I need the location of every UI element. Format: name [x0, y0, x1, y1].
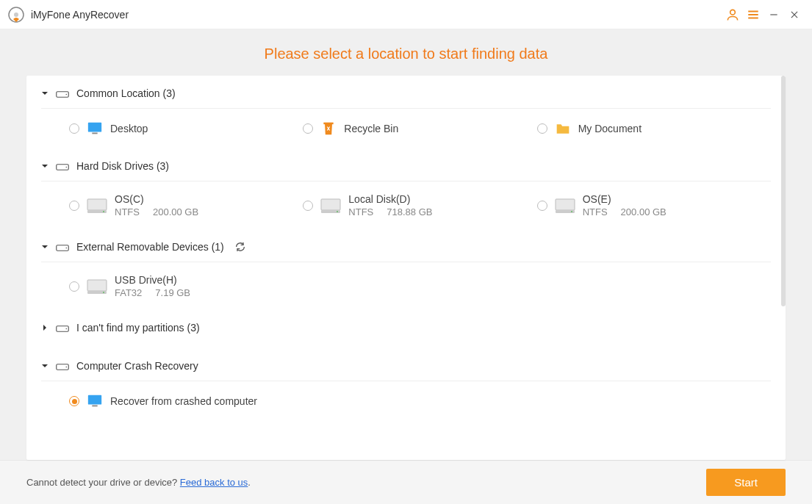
drive-fs: NTFS — [583, 206, 608, 217]
svg-point-20 — [66, 247, 68, 248]
radio-button[interactable] — [537, 201, 547, 211]
external-row: USB Drive(H) FAT327.19 GB — [26, 262, 786, 310]
hdd-icon — [320, 198, 341, 214]
svg-point-12 — [103, 211, 104, 212]
svg-point-23 — [103, 292, 104, 293]
drive-name: OS(C) — [115, 193, 198, 205]
hdd-icon — [87, 278, 107, 295]
drive-fs: NTFS — [348, 206, 373, 217]
radio-button[interactable] — [537, 123, 547, 134]
radio-button[interactable] — [303, 201, 313, 211]
svg-rect-6 — [92, 133, 97, 134]
chevron-down-icon — [41, 90, 48, 97]
crash-row: Recover from crashed computer — [26, 381, 786, 421]
drive-size: 7.19 GB — [155, 287, 190, 298]
footer: Cannot detect your drive or device? Feed… — [0, 460, 812, 504]
minimize-icon — [769, 10, 779, 20]
section-header-crash[interactable]: Computer Crash Recovery — [26, 342, 786, 381]
svg-point-4 — [66, 93, 68, 95]
chevron-down-icon — [41, 162, 48, 170]
location-label: Desktop — [110, 123, 148, 134]
location-label: My Document — [578, 123, 642, 134]
drive-size: 200.00 GB — [153, 206, 198, 217]
app-logo-wrap: iMyFone AnyRecover — [7, 6, 129, 24]
section-title: Computer Crash Recovery — [76, 360, 198, 372]
close-button[interactable] — [784, 4, 805, 25]
radio-button[interactable] — [69, 281, 79, 292]
content: Please select a location to start findin… — [0, 29, 812, 460]
drive-fs: FAT32 — [115, 287, 142, 298]
hamburger-icon — [747, 8, 760, 21]
location-desktop[interactable]: Desktop — [69, 120, 303, 137]
svg-rect-7 — [324, 123, 334, 125]
drive-os-c[interactable]: OS(C) NTFS200.00 GB — [69, 193, 303, 217]
radio-button[interactable] — [69, 396, 79, 406]
svg-rect-16 — [556, 199, 575, 210]
location-panel: Common Location (3) Desktop Recycle Bin — [26, 76, 786, 460]
hdd-row: OS(C) NTFS200.00 GB Local Disk(D) NTFS71… — [26, 181, 786, 229]
account-button[interactable] — [722, 4, 743, 25]
radio-button[interactable] — [303, 123, 313, 134]
drive-outline-icon — [56, 361, 69, 371]
common-locations-row: Desktop Recycle Bin My Document — [26, 109, 786, 148]
drive-os-e[interactable]: OS(E) NTFS200.00 GB — [537, 193, 771, 217]
svg-point-15 — [337, 211, 338, 212]
drive-outline-icon — [56, 161, 69, 171]
recycle-bin-icon — [320, 120, 337, 137]
chevron-down-icon — [41, 362, 48, 370]
section-title: Common Location (3) — [76, 87, 176, 99]
section-header-external[interactable]: External Removable Devices (1) — [26, 229, 786, 262]
refresh-icon[interactable] — [234, 241, 246, 253]
drive-local-d[interactable]: Local Disk(D) NTFS718.88 GB — [303, 193, 536, 217]
close-icon — [789, 10, 800, 20]
svg-point-9 — [66, 166, 68, 168]
svg-point-1 — [14, 12, 18, 17]
section-title: External Removable Devices (1) — [76, 241, 224, 253]
svg-point-2 — [730, 10, 736, 15]
section-header-partitions[interactable]: I can't find my partitions (3) — [26, 310, 786, 342]
location-recycle-bin[interactable]: Recycle Bin — [303, 120, 536, 137]
section-title: I can't find my partitions (3) — [76, 322, 200, 334]
scrollbar[interactable] — [781, 76, 786, 306]
drive-name: OS(E) — [583, 193, 667, 205]
app-logo-icon — [7, 6, 25, 24]
svg-rect-13 — [321, 199, 340, 210]
svg-rect-28 — [88, 395, 101, 405]
section-header-hdd[interactable]: Hard Disk Drives (3) — [26, 148, 786, 181]
chevron-down-icon — [41, 243, 48, 251]
svg-point-27 — [66, 366, 68, 367]
section-title: Hard Disk Drives (3) — [76, 160, 169, 172]
start-button[interactable]: Start — [706, 469, 786, 496]
recover-crashed-computer[interactable]: Recover from crashed computer — [69, 393, 303, 409]
hdd-icon — [555, 198, 575, 214]
drive-name: USB Drive(H) — [115, 274, 190, 286]
user-icon — [725, 7, 740, 22]
minimize-button[interactable] — [764, 4, 784, 25]
svg-point-25 — [66, 328, 68, 329]
monitor-icon — [87, 393, 103, 409]
location-label: Recycle Bin — [344, 123, 398, 134]
svg-point-18 — [571, 211, 572, 212]
svg-rect-10 — [87, 199, 107, 210]
drive-size: 200.00 GB — [621, 206, 667, 217]
drive-usb-h[interactable]: USB Drive(H) FAT327.19 GB — [69, 274, 303, 298]
desktop-icon — [87, 120, 103, 137]
drive-size: 718.88 GB — [387, 206, 432, 217]
app-title: iMyFone AnyRecover — [31, 9, 129, 21]
drive-name: Local Disk(D) — [348, 193, 432, 205]
menu-button[interactable] — [743, 4, 764, 25]
svg-rect-5 — [88, 123, 101, 132]
feedback-link[interactable]: Feed back to us — [180, 477, 248, 488]
location-my-document[interactable]: My Document — [537, 120, 771, 137]
drive-outline-icon — [56, 88, 69, 98]
footer-text: Cannot detect your drive or device? Feed… — [26, 477, 251, 488]
hdd-icon — [87, 198, 107, 214]
section-header-common[interactable]: Common Location (3) — [26, 76, 786, 108]
titlebar: iMyFone AnyRecover — [0, 0, 812, 29]
drive-fs: NTFS — [115, 206, 140, 217]
chevron-right-icon — [41, 324, 48, 331]
drive-outline-icon — [56, 323, 69, 333]
radio-button[interactable] — [69, 201, 79, 211]
page-heading: Please select a location to start findin… — [0, 29, 812, 76]
radio-button[interactable] — [69, 123, 79, 134]
